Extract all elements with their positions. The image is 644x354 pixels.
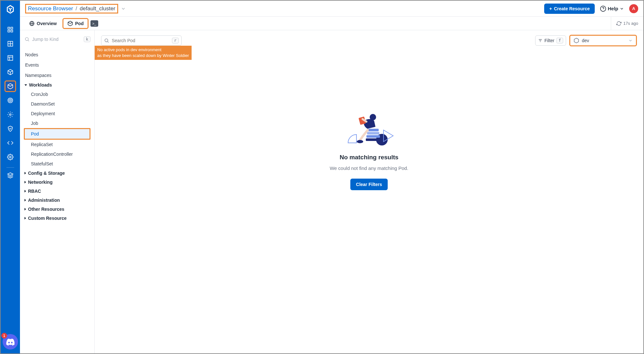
svg-rect-34 <box>368 129 379 131</box>
empty-state: No matching results We could not find an… <box>101 46 637 190</box>
nav-apps-icon[interactable] <box>5 24 16 35</box>
empty-subtitle: We could not find any matching Pod. <box>330 165 408 171</box>
sidebar-section-networking[interactable]: Networking <box>24 178 90 187</box>
sidebar-section-networking-label: Networking <box>28 180 52 185</box>
breadcrumb: Resource Browser / default_cluster <box>25 4 118 14</box>
nav-package-icon[interactable] <box>5 66 16 78</box>
breadcrumb-current: default_cluster <box>80 5 116 12</box>
breadcrumb-separator: / <box>76 5 77 12</box>
tab-overview-label: Overview <box>37 21 57 26</box>
search-pod-input[interactable] <box>112 38 169 43</box>
sidebar-section-custom-label: Custom Resource <box>28 216 67 221</box>
sidebar-section-other[interactable]: Other Resources <box>24 205 90 214</box>
sidebar-section-custom[interactable]: Custom Resource <box>24 214 90 223</box>
empty-title: No matching results <box>340 154 399 161</box>
search-pod-hotkey: r <box>172 38 179 43</box>
nav-layers-icon[interactable] <box>5 170 16 181</box>
sidebar-section-rbac[interactable]: RBAC <box>24 187 90 196</box>
nav-divider <box>6 167 14 168</box>
kind-search-hotkey: k <box>84 36 90 42</box>
sidebar-section-workloads[interactable]: Workloads <box>24 80 90 89</box>
svg-rect-2 <box>8 30 10 32</box>
sidebar-item-deployment[interactable]: Deployment <box>24 109 90 118</box>
tab-pod[interactable]: Pod <box>62 18 88 29</box>
sidebar-section-admin-label: Administration <box>28 198 60 203</box>
svg-point-15 <box>10 156 11 158</box>
svg-line-25 <box>108 42 109 42</box>
caret-right-icon <box>24 199 26 201</box>
help-button[interactable]: Help <box>600 5 624 12</box>
sidebar-item-cronjob[interactable]: CronJob <box>24 89 90 99</box>
sidebar-item-pod[interactable]: Pod <box>24 128 90 140</box>
chevron-down-icon[interactable] <box>121 6 126 11</box>
clear-filters-button[interactable]: Clear Filters <box>350 179 388 190</box>
sidebar-item-job[interactable]: Job <box>24 118 90 128</box>
refresh-status[interactable]: 17s ago <box>611 17 638 30</box>
tab-overview[interactable]: Overview <box>25 19 61 28</box>
caret-right-icon <box>24 172 26 174</box>
breadcrumb-root[interactable]: Resource Browser <box>28 5 73 12</box>
caret-right-icon <box>24 181 26 183</box>
refresh-icon <box>616 21 621 26</box>
nav-grid-icon[interactable] <box>5 38 16 50</box>
sidebar-item-nodes[interactable]: Nodes <box>24 50 90 60</box>
caret-down-icon <box>24 84 27 86</box>
create-resource-label: Create Resource <box>554 6 590 11</box>
terminal-icon: >_ <box>92 22 96 25</box>
sidebar-item-replicationcontroller[interactable]: ReplicationController <box>24 149 90 159</box>
page-header: Resource Browser / default_cluster + Cre… <box>20 1 643 17</box>
svg-point-24 <box>105 39 108 42</box>
create-resource-button[interactable]: + Create Resource <box>544 4 595 14</box>
hexagon-icon <box>573 38 579 43</box>
kind-search-input[interactable]: Jump to Kind <box>24 35 81 43</box>
nav-layout-icon[interactable] <box>5 52 16 64</box>
filter-button[interactable]: Filter f <box>535 35 566 46</box>
nav-code-icon[interactable] <box>5 137 16 149</box>
plus-icon: + <box>549 6 552 11</box>
svg-rect-7 <box>8 56 13 61</box>
nav-rail: 1 <box>1 1 20 353</box>
resource-panel: r Filter f dev No active pods <box>95 30 643 353</box>
filter-hotkey: f <box>556 38 563 43</box>
caret-right-icon <box>24 190 26 192</box>
avatar[interactable]: A <box>629 4 638 13</box>
sidebar-item-namespaces[interactable]: Namespaces <box>24 70 90 80</box>
nav-target-icon[interactable] <box>5 95 16 106</box>
svg-point-14 <box>10 114 11 116</box>
search-icon <box>24 37 30 42</box>
svg-point-35 <box>370 114 376 120</box>
svg-rect-3 <box>11 30 13 32</box>
namespace-select[interactable]: dev <box>569 35 637 46</box>
chevron-down-icon <box>620 6 624 11</box>
sidebar-item-events[interactable]: Events <box>24 60 90 70</box>
app-logo-icon[interactable] <box>5 5 15 14</box>
kind-search-placeholder: Jump to Kind <box>32 37 59 42</box>
caret-right-icon <box>24 208 26 210</box>
svg-rect-31 <box>366 138 381 141</box>
sidebar-item-replicaset[interactable]: ReplicaSet <box>24 140 90 149</box>
sidebar-section-other-label: Other Resources <box>28 207 64 212</box>
tab-pod-label: Pod <box>75 21 83 26</box>
kind-sidebar: Jump to Kind k Nodes Events Namespaces W… <box>20 30 95 353</box>
cube-icon <box>67 21 73 26</box>
search-icon <box>104 38 109 43</box>
sidebar-item-statefulset[interactable]: StatefulSet <box>24 159 90 169</box>
search-pod-field[interactable]: r <box>101 35 182 46</box>
nav-shield-icon[interactable] <box>5 123 16 135</box>
nav-gear-icon[interactable] <box>5 151 16 163</box>
sidebar-section-rbac-label: RBAC <box>28 189 41 194</box>
help-label: Help <box>608 6 618 11</box>
nav-settings-icon[interactable] <box>5 109 16 120</box>
caret-right-icon <box>24 217 26 219</box>
svg-rect-32 <box>366 135 380 138</box>
svg-rect-1 <box>11 27 13 29</box>
sidebar-item-daemonset[interactable]: DaemonSet <box>24 99 90 109</box>
sidebar-section-admin[interactable]: Administration <box>24 196 90 205</box>
svg-point-37 <box>357 140 363 143</box>
sidebar-section-config[interactable]: Config & Storage <box>24 169 90 178</box>
nav-cube-icon[interactable] <box>5 80 16 92</box>
filter-label: Filter <box>545 38 554 43</box>
terminal-button[interactable]: >_ <box>90 20 98 27</box>
discord-button[interactable]: 1 <box>3 334 18 349</box>
help-icon <box>600 5 606 12</box>
